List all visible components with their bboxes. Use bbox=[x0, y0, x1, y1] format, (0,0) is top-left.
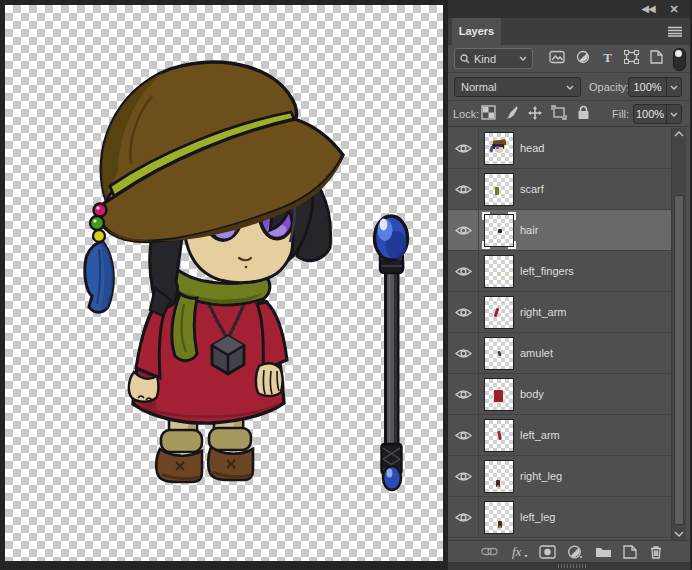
selection-corner-bracket bbox=[508, 212, 516, 220]
layer-visibility-eye-icon[interactable] bbox=[448, 497, 479, 537]
staff-illustration bbox=[375, 216, 408, 490]
layer-name: left_arm bbox=[520, 415, 560, 455]
panel-title-strip: ◀◀ ✕ bbox=[448, 0, 690, 18]
resize-grip-icon[interactable] bbox=[558, 564, 588, 568]
layer-thumbnail[interactable] bbox=[484, 132, 514, 165]
photoshop-window: ◀◀ ✕ Layers Kind bbox=[0, 0, 692, 570]
layer-row[interactable]: amulet bbox=[448, 333, 671, 374]
thumbnail-sprite-mark bbox=[490, 146, 494, 152]
filter-kind-label: Kind bbox=[474, 53, 496, 65]
layer-row[interactable]: body bbox=[448, 374, 671, 415]
tab-layers[interactable]: Layers bbox=[452, 18, 501, 45]
fill-field[interactable]: 100% bbox=[633, 104, 682, 124]
add-layer-mask-icon[interactable] bbox=[539, 545, 556, 559]
layer-row[interactable]: left_arm bbox=[448, 415, 671, 456]
new-adjustment-layer-icon[interactable] bbox=[567, 545, 584, 560]
panel-resize-strip bbox=[448, 562, 690, 570]
thumbnail-sprite-mark bbox=[496, 146, 499, 149]
layers-scrollbar[interactable] bbox=[671, 128, 686, 540]
pixel-layers-filter-icon[interactable] bbox=[549, 50, 565, 64]
lock-artboard-nesting-icon[interactable] bbox=[551, 105, 567, 120]
layer-visibility-eye-icon[interactable] bbox=[448, 415, 479, 455]
layer-row[interactable]: head bbox=[448, 128, 671, 169]
collapse-to-icons-icon[interactable]: ◀◀ bbox=[640, 3, 656, 15]
layer-row[interactable]: right_leg bbox=[448, 456, 671, 497]
layer-thumbnail[interactable] bbox=[484, 337, 514, 370]
layers-panel: ◀◀ ✕ Layers Kind bbox=[448, 0, 692, 570]
smart-objects-filter-icon[interactable] bbox=[650, 50, 663, 64]
layer-style-fx-icon[interactable]: fx bbox=[510, 543, 530, 560]
scrollbar-thumb[interactable] bbox=[674, 195, 684, 525]
blend-mode-dropdown[interactable]: Normal bbox=[454, 77, 581, 97]
link-layers-icon[interactable] bbox=[481, 545, 498, 558]
layer-name: amulet bbox=[520, 333, 553, 373]
layer-thumbnail[interactable] bbox=[484, 296, 514, 329]
layer-row[interactable]: left_fingers bbox=[448, 251, 671, 292]
layer-row[interactable]: left_leg bbox=[448, 497, 671, 538]
layer-visibility-eye-icon[interactable] bbox=[448, 169, 479, 209]
lock-transparent-pixels-icon[interactable] bbox=[481, 105, 496, 120]
close-panel-icon[interactable]: ✕ bbox=[666, 3, 682, 15]
thumbnail-sprite-mark bbox=[494, 390, 503, 402]
new-group-folder-icon[interactable] bbox=[595, 545, 612, 558]
layer-name: head bbox=[520, 128, 544, 168]
scroll-up-icon[interactable] bbox=[672, 131, 686, 137]
layer-thumbnail[interactable] bbox=[484, 173, 514, 206]
blend-row: Normal Opacity: 100% bbox=[448, 73, 690, 101]
lock-label: Lock: bbox=[453, 108, 479, 120]
thumbnail-sprite-mark bbox=[498, 229, 502, 233]
fill-label: Fill: bbox=[612, 108, 629, 120]
layer-name: scarf bbox=[520, 169, 544, 209]
panel-menu-icon[interactable] bbox=[667, 26, 683, 37]
chevron-down-icon[interactable] bbox=[666, 78, 681, 96]
layer-name: left_leg bbox=[520, 497, 555, 537]
panel-tab-bar: Layers bbox=[448, 18, 690, 45]
opacity-label: Opacity: bbox=[589, 81, 629, 93]
layer-thumbnail[interactable] bbox=[484, 214, 514, 247]
layer-visibility-eye-icon[interactable] bbox=[448, 128, 479, 168]
layer-row[interactable]: hair bbox=[448, 210, 671, 251]
chevron-down-icon bbox=[519, 56, 527, 61]
selection-corner-bracket bbox=[482, 241, 490, 249]
layer-name: right_leg bbox=[520, 456, 562, 496]
layer-thumbnail[interactable] bbox=[484, 460, 514, 493]
thumbnail-sprite-mark bbox=[497, 351, 502, 357]
delete-layer-trash-icon[interactable] bbox=[649, 545, 663, 559]
opacity-field[interactable]: 100% bbox=[628, 77, 682, 97]
lock-image-pixels-brush-icon[interactable] bbox=[504, 105, 519, 120]
layer-row[interactable]: right_arm bbox=[448, 292, 671, 333]
filter-kind-dropdown[interactable]: Kind bbox=[454, 48, 533, 69]
search-icon bbox=[460, 54, 470, 64]
layers-toolbar: fx bbox=[448, 540, 690, 562]
scroll-down-icon[interactable] bbox=[672, 531, 686, 537]
fill-value[interactable]: 100% bbox=[634, 105, 666, 123]
filtering-toggle[interactable] bbox=[673, 48, 686, 71]
chevron-down-icon[interactable] bbox=[666, 105, 681, 123]
layer-thumbnail[interactable] bbox=[484, 419, 514, 452]
layer-visibility-eye-icon[interactable] bbox=[448, 292, 479, 332]
filter-row: Kind T bbox=[448, 45, 690, 73]
new-layer-icon[interactable] bbox=[623, 545, 637, 559]
shape-layers-filter-icon[interactable] bbox=[624, 50, 639, 64]
layer-visibility-eye-icon[interactable] bbox=[448, 374, 479, 414]
thumbnail-sprite-mark bbox=[495, 187, 499, 195]
selection-corner-bracket bbox=[508, 241, 516, 249]
adjustment-layers-filter-icon[interactable] bbox=[576, 50, 590, 64]
opacity-value[interactable]: 100% bbox=[629, 78, 666, 96]
layer-visibility-eye-icon[interactable] bbox=[448, 210, 479, 250]
svg-text:fx: fx bbox=[512, 544, 522, 559]
layer-thumbnail[interactable] bbox=[484, 255, 514, 288]
lock-all-padlock-icon[interactable] bbox=[577, 105, 590, 120]
type-layers-filter-icon[interactable]: T bbox=[601, 50, 614, 64]
lock-position-move-icon[interactable] bbox=[527, 105, 543, 121]
layer-visibility-eye-icon[interactable] bbox=[448, 456, 479, 496]
layer-name: hair bbox=[520, 210, 538, 250]
layer-thumbnail[interactable] bbox=[484, 501, 514, 534]
layer-row[interactable]: scarf bbox=[448, 169, 671, 210]
layer-visibility-eye-icon[interactable] bbox=[448, 251, 479, 291]
document-canvas[interactable] bbox=[5, 5, 443, 561]
layer-visibility-eye-icon[interactable] bbox=[448, 333, 479, 373]
svg-text:T: T bbox=[603, 50, 612, 64]
lock-row: Lock: Fill: 100% bbox=[448, 101, 690, 127]
layer-thumbnail[interactable] bbox=[484, 378, 514, 411]
